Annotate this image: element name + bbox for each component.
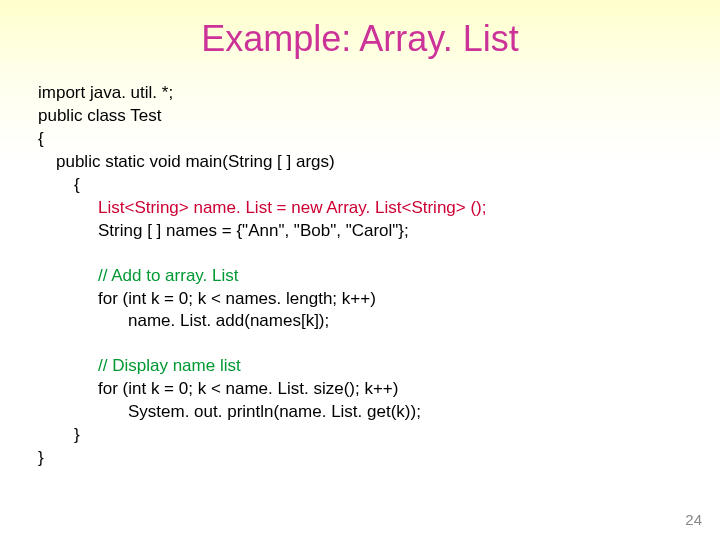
code-line: // Add to array. List xyxy=(38,265,720,288)
code-line: { xyxy=(38,174,720,197)
code-line: } xyxy=(38,447,720,470)
code-block: import java. util. *; public class Test … xyxy=(0,70,720,470)
code-line: for (int k = 0; k < name. List. size(); … xyxy=(38,378,720,401)
code-line: for (int k = 0; k < names. length; k++) xyxy=(38,288,720,311)
code-line: List<String> name. List = new Array. Lis… xyxy=(38,197,720,220)
code-line: public static void main(String [ ] args) xyxy=(38,151,720,174)
page-number: 24 xyxy=(685,511,702,528)
code-line: name. List. add(names[k]); xyxy=(38,310,720,333)
code-line: // Display name list xyxy=(38,355,720,378)
code-line: { xyxy=(38,128,720,151)
code-line: System. out. println(name. List. get(k))… xyxy=(38,401,720,424)
code-line: } xyxy=(38,424,720,447)
code-line: String [ ] names = {"Ann", "Bob", "Carol… xyxy=(38,220,720,243)
code-line: import java. util. *; xyxy=(38,82,720,105)
code-line: public class Test xyxy=(38,105,720,128)
slide-title: Example: Array. List xyxy=(0,0,720,70)
